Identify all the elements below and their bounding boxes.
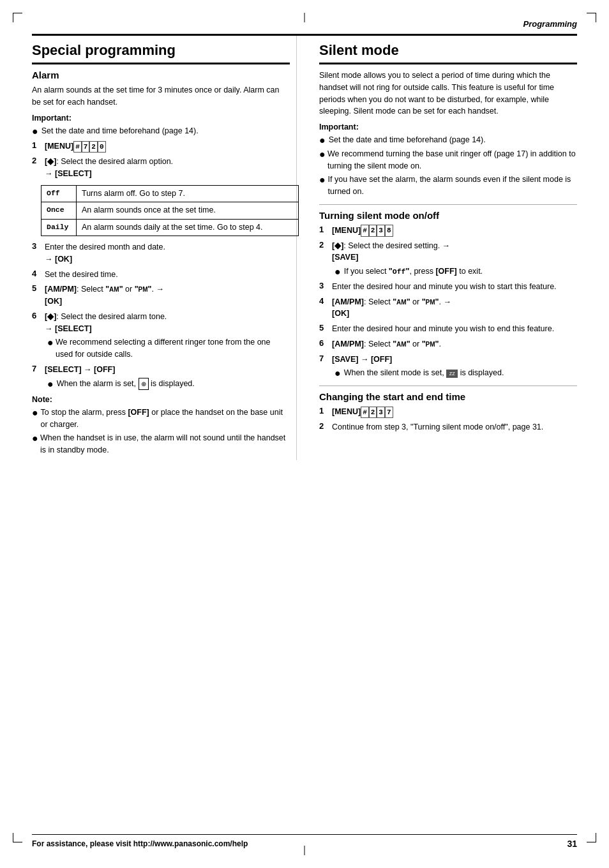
- silent-step-5: 5 Enter the desired hour and minute you …: [319, 323, 577, 335]
- bullet-dot: ●: [319, 175, 325, 185]
- step-num: 1: [32, 140, 41, 150]
- step-7: 7 [SELECT] → [OFF] ● When the alarm is s…: [32, 364, 290, 390]
- note-label: Note:: [32, 395, 290, 404]
- two-col-layout: Special programming Alarm An alarm sound…: [32, 36, 577, 460]
- step-5: 5 [AM/PM]: Select "AM" or "PM". → [OK]: [32, 283, 290, 308]
- key-7: 7: [385, 407, 393, 419]
- bullet-text: When the silent mode is set, zz is displ…: [344, 367, 504, 379]
- step-num: 5: [319, 323, 328, 333]
- corner-mark-bl: [13, 830, 26, 842]
- step-content: Continue from step 3, "Turning silent mo…: [332, 421, 577, 433]
- list-item: ● If you have set the alarm, the alarm s…: [319, 174, 577, 198]
- step-content: [MENU]#720: [45, 140, 290, 153]
- bullet-dot: ●: [335, 267, 341, 278]
- bullet-dot: ●: [32, 126, 38, 137]
- header-title: Programming: [523, 19, 577, 29]
- corner-mark-br: [583, 830, 596, 842]
- alarm-icon: ⊕: [139, 378, 149, 390]
- silent-step-6: 6 [AM/PM]: Select "AM" or "PM".: [319, 338, 577, 350]
- table-row: Off Turns alarm off. Go to step 7.: [41, 185, 299, 202]
- page-footer: For assistance, please visit http://www.…: [32, 834, 577, 849]
- step-num: 4: [319, 296, 328, 306]
- hash-key: #: [361, 407, 369, 419]
- table-desc: Turns alarm off. Go to step 7.: [77, 185, 299, 202]
- bullet-text: We recommend turning the base unit ringe…: [327, 148, 577, 172]
- step-content: Enter the desired hour and minute you wi…: [332, 323, 577, 335]
- important-label-left: Important:: [32, 114, 290, 123]
- change-step-2: 2 Continue from step 3, "Turning silent …: [319, 421, 577, 433]
- key-8: 8: [385, 225, 393, 237]
- silent-mode-intro: Silent mode allows you to select a perio…: [319, 70, 577, 117]
- alarm-subsection-title: Alarm: [32, 70, 290, 80]
- bullet-text: To stop the alarm, press [OFF] or place …: [41, 407, 290, 431]
- list-item: ● Set the date and time beforehand (page…: [319, 134, 577, 146]
- left-column: Special programming Alarm An alarm sound…: [32, 36, 297, 460]
- bullet-dot: ●: [32, 433, 37, 444]
- key-7: 7: [82, 141, 90, 153]
- silent-on-off-title: Turning silent mode on/off: [319, 210, 577, 221]
- step-3: 3 Enter the desired month and date. → [O…: [32, 241, 290, 266]
- list-item: ● When the handset is in use, the alarm …: [32, 432, 290, 456]
- silent-step-4: 4 [AM/PM]: Select "AM" or "PM". → [OK]: [319, 296, 577, 320]
- step-content: Set the desired time.: [45, 269, 290, 281]
- key-2: 2: [89, 141, 98, 153]
- note-bullets: ● To stop the alarm, press [OFF] or plac…: [32, 407, 290, 456]
- footer-text: For assistance, please visit http://www.…: [32, 839, 248, 848]
- bullet-dot: ●: [47, 379, 54, 390]
- step-content: [◆]: Select the desired alarm option. → …: [45, 156, 290, 180]
- sub-bullet: ● We recommend selecting a different rin…: [47, 336, 290, 361]
- table-desc: An alarm sounds daily at the set time. G…: [77, 219, 299, 236]
- important-label-right: Important:: [319, 123, 577, 131]
- step-content: [◆]: Select the desired setting. → [SAVE…: [332, 240, 577, 278]
- bullet-text: If you select "Off", press [OFF] to exit…: [344, 266, 483, 278]
- table-key: Daily: [41, 219, 77, 236]
- step-num: 2: [32, 156, 41, 165]
- bullet-text: When the alarm is set, ⊕ is displayed.: [57, 378, 195, 390]
- step-num: 5: [32, 283, 41, 293]
- silent-mode-title: Silent mode: [319, 42, 577, 59]
- silent-step-7: 7 [SAVE] → [OFF] ● When the silent mode …: [319, 354, 577, 380]
- step-num: 6: [32, 311, 41, 320]
- key-3: 3: [377, 407, 385, 419]
- bullet-text: When the handset is in use, the alarm wi…: [40, 432, 290, 456]
- table-key: Once: [41, 202, 77, 220]
- section-title: Special programming: [32, 42, 290, 59]
- step-num: 1: [319, 406, 328, 415]
- footer-page-num: 31: [567, 839, 577, 849]
- bullet-dot: ●: [32, 408, 38, 418]
- step-num: 7: [319, 354, 328, 363]
- bullet-text: We recommend selecting a different ringe…: [56, 336, 290, 361]
- silent-mode-icon: zz: [446, 370, 458, 378]
- bullet-text: Set the date and time beforehand (page 1…: [41, 125, 199, 137]
- bullet-dot: ●: [335, 368, 341, 379]
- step-num: 6: [319, 338, 328, 348]
- step-num: 3: [319, 281, 328, 290]
- step-content: [SAVE] → [OFF] ● When the silent mode is…: [332, 354, 577, 380]
- silent-step-3: 3 Enter the desired hour and minute you …: [319, 281, 577, 293]
- step-content: [MENU]#238: [332, 225, 577, 237]
- silent-step-1: 1 [MENU]#238: [319, 225, 577, 237]
- table-desc: An alarm sounds once at the set time.: [77, 202, 299, 220]
- step-content: [MENU]#237: [332, 406, 577, 418]
- table-row: Daily An alarm sounds daily at the set t…: [41, 219, 299, 236]
- step-content: Enter the desired hour and minute you wi…: [332, 281, 577, 293]
- step-content: [AM/PM]: Select "AM" or "PM". → [OK]: [45, 283, 290, 308]
- top-center-mark: [304, 13, 305, 22]
- page-container: Programming Special programming Alarm An…: [0, 0, 609, 868]
- table-key: Off: [41, 185, 77, 202]
- list-item: ● Set the date and time beforehand (page…: [32, 125, 290, 137]
- menu-key: [MENU]: [45, 142, 73, 151]
- alarm-table: Off Turns alarm off. Go to step 7. Once …: [41, 185, 299, 237]
- hash-key: #: [73, 141, 82, 153]
- section-rule: [32, 63, 290, 64]
- bullet-dot: ●: [319, 149, 324, 160]
- bullet-dot: ●: [319, 135, 326, 146]
- step-2: 2 [◆]: Select the desired alarm option. …: [32, 156, 290, 180]
- silent-step-2: 2 [◆]: Select the desired setting. → [SA…: [319, 240, 577, 278]
- right-column: Silent mode Silent mode allows you to se…: [316, 36, 577, 460]
- step-num: 7: [32, 364, 41, 373]
- step-num: 3: [32, 241, 41, 251]
- sub-bullet: ● When the alarm is set, ⊕ is displayed.: [47, 378, 290, 390]
- key-3: 3: [377, 225, 385, 237]
- divider-rule: [319, 204, 577, 205]
